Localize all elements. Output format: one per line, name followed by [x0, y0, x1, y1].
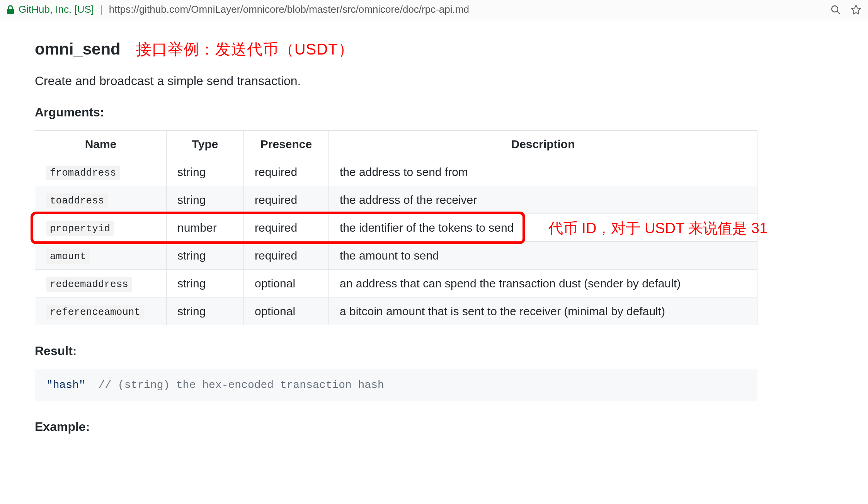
cell-type: string: [167, 158, 244, 186]
cell-description: the address to send from: [329, 158, 757, 186]
address-bar-right: [830, 4, 862, 15]
star-icon[interactable]: [850, 4, 862, 15]
cell-presence: required: [244, 214, 329, 242]
table-header-row: Name Type Presence Description: [35, 131, 757, 158]
svg-rect-0: [7, 9, 14, 14]
address-bar-left[interactable]: GitHub, Inc. [US] | https://github.com/O…: [6, 3, 824, 15]
arg-name-code: propertyid: [46, 221, 114, 236]
result-heading: Result:: [35, 344, 792, 358]
function-description: Create and broadcast a simple send trans…: [35, 74, 792, 88]
lock-icon: [6, 5, 15, 15]
cell-name: amount: [35, 242, 167, 270]
col-header-type: Type: [167, 131, 244, 158]
col-header-description: Description: [329, 131, 757, 158]
example-heading: Example:: [35, 420, 792, 434]
cell-name: referenceamount: [35, 297, 167, 325]
cell-name: toaddress: [35, 186, 167, 214]
col-header-presence: Presence: [244, 131, 329, 158]
table-row: redeemaddressstringoptionalan address th…: [35, 270, 757, 297]
title-row: omni_send 接口举例：发送代币（USDT）: [35, 39, 792, 60]
cell-name: fromaddress: [35, 158, 167, 186]
function-name-heading: omni_send: [35, 40, 121, 58]
arg-name-code: toaddress: [46, 193, 108, 208]
browser-address-bar: GitHub, Inc. [US] | https://github.com/O…: [0, 0, 868, 19]
document-body: omni_send 接口举例：发送代币（USDT） Create and bro…: [8, 19, 819, 460]
table-row: toaddressstringrequiredthe address of th…: [35, 186, 757, 214]
title-annotation: 接口举例：发送代币（USDT）: [136, 39, 354, 60]
cell-description: an address that can spend the transactio…: [329, 270, 757, 297]
arg-name-code: fromaddress: [46, 166, 120, 180]
zoom-icon[interactable]: [830, 4, 841, 15]
cell-name: redeemaddress: [35, 270, 167, 297]
table-row: amountstringrequiredthe amount to send: [35, 242, 757, 270]
svg-line-2: [837, 11, 840, 14]
cell-presence: required: [244, 158, 329, 186]
page-url: https://github.com/OmniLayer/omnicore/bl…: [109, 3, 469, 15]
col-header-name: Name: [35, 131, 167, 158]
cell-name: propertyid: [35, 214, 167, 242]
result-comment: // (string) the hex-encoded transaction …: [98, 379, 384, 391]
cell-description: the amount to send: [329, 242, 757, 270]
arguments-heading: Arguments:: [35, 105, 792, 120]
cell-type: string: [167, 297, 244, 325]
cell-type: number: [167, 214, 244, 242]
cell-type: string: [167, 186, 244, 214]
result-hash-literal: "hash": [46, 379, 85, 391]
cell-description: the address of the receiver: [329, 186, 757, 214]
result-code-block: "hash" // (string) the hex-encoded trans…: [35, 369, 757, 401]
cell-presence: required: [244, 186, 329, 214]
arg-name-code: referenceamount: [46, 305, 144, 319]
highlight-annotation: 代币 ID，对于 USDT 来说值是 31: [548, 219, 768, 238]
cell-type: string: [167, 270, 244, 297]
address-separator: |: [100, 3, 103, 15]
arguments-table-container: Name Type Presence Description fromaddre…: [35, 130, 792, 325]
site-identity: GitHub, Inc. [US]: [19, 3, 94, 15]
arg-name-code: redeemaddress: [46, 277, 132, 292]
table-row: fromaddressstringrequiredthe address to …: [35, 158, 757, 186]
table-row: referenceamountstringoptionala bitcoin a…: [35, 297, 757, 325]
cell-presence: optional: [244, 270, 329, 297]
cell-presence: optional: [244, 297, 329, 325]
cell-type: string: [167, 242, 244, 270]
cell-presence: required: [244, 242, 329, 270]
arg-name-code: amount: [46, 249, 90, 264]
cell-description: a bitcoin amount that is sent to the rec…: [329, 297, 757, 325]
